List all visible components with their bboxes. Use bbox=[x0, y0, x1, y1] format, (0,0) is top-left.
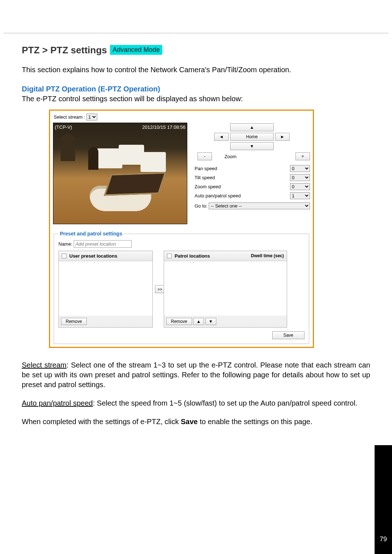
zoom-speed-label: Zoom speed bbox=[195, 184, 221, 189]
zoom-speed-select[interactable]: 0 bbox=[290, 183, 310, 190]
page-top-rule bbox=[4, 33, 388, 33]
eptz-panel: Select stream : 1 (TCP-V) 2012/10/15 17:… bbox=[49, 110, 314, 348]
zoom-in-button[interactable]: + bbox=[295, 152, 310, 160]
ptz-direction-pad: ▲ ◄ Home ► ▼ bbox=[194, 123, 310, 150]
user-preset-list[interactable] bbox=[59, 261, 152, 316]
preset-legend: Preset and patrol settings bbox=[58, 231, 124, 237]
explain-select-stream: Select stream: Select one of the stream … bbox=[22, 360, 370, 390]
pan-up-button[interactable]: ▲ bbox=[230, 123, 274, 131]
breadcrumb: PTZ > PTZ settings bbox=[22, 45, 107, 56]
patrol-list[interactable] bbox=[164, 261, 287, 316]
zoom-out-button[interactable]: - bbox=[197, 152, 212, 160]
tilt-speed-select[interactable]: 0 bbox=[290, 174, 310, 181]
page-number-strip: 79 bbox=[375, 445, 392, 554]
pan-speed-label: Pan speed bbox=[195, 166, 217, 171]
video-overlay-timestamp: 2012/10/15 17:08:56 bbox=[142, 124, 185, 130]
explain-auto-speed: Auto pan/patrol speed: Select the speed … bbox=[22, 398, 370, 408]
video-overlay-protocol: (TCP-V) bbox=[55, 124, 72, 130]
pan-down-button[interactable]: ▼ bbox=[230, 142, 274, 150]
select-stream-dropdown[interactable]: 1 bbox=[86, 114, 97, 120]
intro-text: This section explains how to control the… bbox=[22, 65, 370, 75]
video-preview: (TCP-V) 2012/10/15 17:08:56 bbox=[53, 123, 187, 224]
user-preset-header: User preset locations bbox=[69, 253, 117, 259]
save-button[interactable]: Save bbox=[272, 331, 305, 339]
move-to-patrol-button[interactable]: >> bbox=[155, 285, 164, 293]
preset-name-label: Name: bbox=[58, 241, 72, 247]
select-stream-label: Select stream : bbox=[54, 114, 85, 120]
explain-save: When completed with the settings of e-PT… bbox=[22, 417, 370, 427]
pan-right-button[interactable]: ► bbox=[275, 133, 290, 141]
patrol-move-down-button[interactable]: ▼ bbox=[205, 318, 216, 325]
advanced-mode-badge: Advanced Mode bbox=[110, 45, 162, 55]
user-preset-listbox: User preset locations Remove bbox=[58, 251, 153, 328]
preset-name-input[interactable] bbox=[74, 240, 132, 248]
patrol-checkbox[interactable] bbox=[167, 254, 172, 258]
auto-patrol-speed-select[interactable]: 1 bbox=[290, 192, 310, 199]
pan-left-button[interactable]: ◄ bbox=[214, 133, 229, 141]
preset-patrol-fieldset: Preset and patrol settings Name: User pr… bbox=[54, 231, 309, 344]
section-title: Digital PTZ Operation (E-PTZ Operation) bbox=[22, 85, 370, 93]
user-preset-checkbox[interactable] bbox=[62, 254, 66, 258]
user-preset-remove-button[interactable]: Remove bbox=[61, 318, 87, 325]
goto-label: Go to: bbox=[195, 203, 207, 209]
patrol-move-up-button[interactable]: ▲ bbox=[193, 318, 204, 325]
auto-patrol-speed-label: Auto pan/patrol speed bbox=[195, 193, 241, 198]
zoom-label: Zoom bbox=[214, 154, 247, 159]
goto-select[interactable]: -- Select one -- bbox=[209, 202, 310, 209]
section-lead: The e-PTZ control settings section will … bbox=[22, 95, 370, 103]
tilt-speed-label: Tilt speed bbox=[195, 175, 215, 180]
patrol-listbox: Patrol locations Dwell time (sec) Remove… bbox=[164, 251, 287, 328]
patrol-header: Patrol locations bbox=[175, 253, 210, 259]
patrol-remove-button[interactable]: Remove bbox=[166, 318, 192, 325]
page-number: 79 bbox=[380, 535, 387, 543]
home-button[interactable]: Home bbox=[230, 133, 274, 141]
pan-speed-select[interactable]: 0 bbox=[290, 165, 310, 172]
dwell-time-header: Dwell time (sec) bbox=[251, 254, 284, 258]
